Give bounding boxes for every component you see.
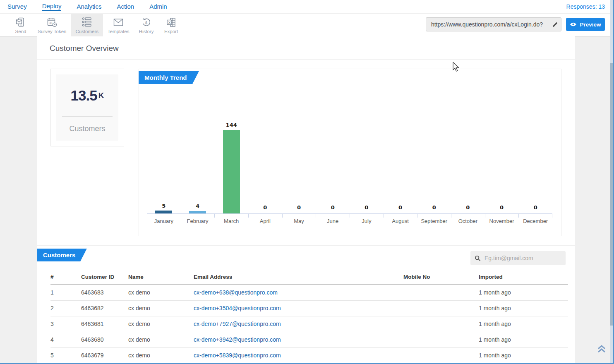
chart-column-september: 0	[417, 86, 451, 213]
customers-panel: Customers #Customer IDNameEmail AddressM…	[37, 246, 575, 364]
nav-item-action[interactable]: Action	[117, 3, 134, 10]
divider	[37, 59, 575, 60]
customer-email-link[interactable]: cx-demo+3504@questionpro.com	[194, 305, 281, 311]
cell-num: 3	[50, 316, 81, 332]
customer-email-link[interactable]: cx-demo+5839@questionpro.com	[194, 352, 281, 359]
edit-url-button[interactable]	[549, 18, 561, 31]
toolbar-item-label: History	[139, 29, 154, 34]
column-header: Mobile No	[403, 271, 479, 285]
vertical-scrollbar-thumb[interactable]	[610, 63, 613, 326]
monthly-trend-chart: Monthly Trend 54144000000000 JanuaryFebr…	[139, 69, 561, 236]
responses-count[interactable]: Responses: 13	[566, 3, 605, 10]
cell-id: 6463682	[81, 301, 128, 316]
kpi-value: 13.5	[71, 87, 97, 104]
toolbar-item-label: Export	[164, 29, 178, 34]
nav-item-survey[interactable]: Survey	[7, 3, 27, 10]
toolbar-item-customers[interactable]: Customers	[71, 14, 103, 36]
chart-value-label: 0	[282, 204, 316, 211]
toolbar-item-label: Customers	[75, 29, 98, 34]
chart-column-november: 0	[485, 86, 519, 213]
x-axis-label-july: July	[350, 216, 384, 226]
x-axis-label-june: June	[316, 216, 350, 226]
cell-mobile	[403, 332, 479, 348]
toolbar-item-templates[interactable]: Templates	[103, 14, 134, 36]
svg-text:X: X	[168, 21, 170, 25]
nav-item-admin[interactable]: Admin	[149, 3, 167, 10]
chart-value-label: 144	[214, 122, 248, 128]
chart-bar-january[interactable]	[155, 211, 172, 213]
cell-num: 5	[50, 348, 81, 364]
toolbar-item-label: Survey Token	[38, 29, 66, 34]
column-header: Email Address	[194, 271, 403, 285]
scroll-to-top-button[interactable]	[597, 344, 607, 354]
toolbar-item-history[interactable]: $ History	[134, 14, 159, 36]
x-axis-label-january: January	[147, 216, 181, 226]
customer-email-link[interactable]: cx-demo+3942@questionpro.com	[194, 336, 281, 343]
customer-email-link[interactable]: cx-demo+7927@questionpro.com	[194, 321, 281, 327]
customers-table: #Customer IDNameEmail AddressMobile NoIm…	[50, 271, 568, 364]
chart-column-may: 0	[282, 86, 316, 213]
send-icon	[15, 17, 26, 28]
chart-column-february: 4	[181, 86, 215, 213]
chart-column-december: 0	[518, 86, 552, 213]
survey-token-icon: 31	[47, 17, 58, 28]
table-row: 26463682cx democx-demo+3504@questionpro.…	[50, 301, 568, 316]
svg-text:$: $	[145, 21, 147, 25]
customers-icon	[82, 17, 92, 28]
table-row: 56463679cx democx-demo+5839@questionpro.…	[50, 348, 568, 364]
chart-value-label: 0	[350, 204, 384, 211]
preview-button[interactable]: Preview	[566, 18, 605, 31]
cell-num: 4	[50, 332, 81, 348]
survey-url-box	[426, 17, 561, 31]
chart-title-ribbon: Monthly Trend	[139, 71, 197, 84]
chart-value-label: 0	[518, 204, 552, 211]
customer-search-box	[470, 251, 566, 265]
pencil-icon	[552, 22, 558, 28]
toolbar-item-label: Send	[15, 29, 26, 34]
cell-mobile	[403, 348, 479, 364]
x-axis-label-september: September	[417, 216, 451, 226]
chart-column-august: 0	[384, 86, 417, 213]
chart-plot-area: 54144000000000	[147, 86, 552, 213]
nav-item-deploy[interactable]: Deploy	[42, 2, 62, 11]
toolbar-item-label: Templates	[108, 29, 129, 34]
cell-name: cx demo	[128, 301, 194, 316]
cell-id: 6463683	[81, 285, 128, 301]
survey-url-input[interactable]	[426, 21, 549, 28]
x-axis-label-october: October	[451, 216, 485, 226]
svg-text:31: 31	[49, 21, 53, 25]
cell-name: cx demo	[128, 316, 194, 332]
x-axis-label-february: February	[181, 216, 215, 226]
x-axis-label-december: December	[518, 216, 552, 226]
chart-value-label: 0	[248, 204, 282, 211]
cell-num: 1	[50, 285, 81, 301]
customer-email-link[interactable]: cx-demo+638@questionpro.com	[194, 289, 278, 296]
chart-bar-march[interactable]	[223, 130, 240, 213]
chart-column-october: 0	[451, 86, 485, 213]
chart-value-label: 4	[181, 203, 215, 209]
toolbar-item-send[interactable]: Send	[8, 14, 33, 36]
cell-mobile	[403, 301, 479, 316]
export-icon: X	[166, 17, 177, 28]
cell-name: cx demo	[128, 348, 194, 364]
chart-value-label: 0	[384, 204, 417, 211]
toolbar-item-survey-token[interactable]: 31 Survey Token	[33, 14, 71, 36]
cell-id: 6463680	[81, 332, 128, 348]
cell-email: cx-demo+5839@questionpro.com	[194, 348, 403, 364]
cell-mobile	[403, 285, 479, 301]
cell-imported: 1 month ago	[479, 332, 568, 348]
chart-column-june: 0	[316, 86, 350, 213]
x-axis-labels: JanuaryFebruaryMarchAprilMayJuneJulyAugu…	[147, 216, 552, 226]
top-nav: Survey Deploy Analytics Action Admin Res…	[0, 0, 614, 14]
cell-id: 6463681	[81, 316, 128, 332]
kpi-unit: K	[98, 91, 104, 100]
nav-item-analytics[interactable]: Analytics	[77, 3, 101, 10]
customers-kpi-card: 13.5 K Customers	[50, 69, 124, 146]
table-row: 46463680cx democx-demo+3942@questionpro.…	[50, 332, 568, 348]
chart-column-april: 0	[248, 86, 282, 213]
customer-search-input[interactable]	[484, 255, 561, 261]
chart-value-label: 0	[451, 204, 485, 211]
table-row: 16463683cx democx-demo+638@questionpro.c…	[50, 285, 568, 301]
toolbar-item-export[interactable]: X Export	[159, 14, 184, 36]
chart-column-july: 0	[350, 86, 384, 213]
